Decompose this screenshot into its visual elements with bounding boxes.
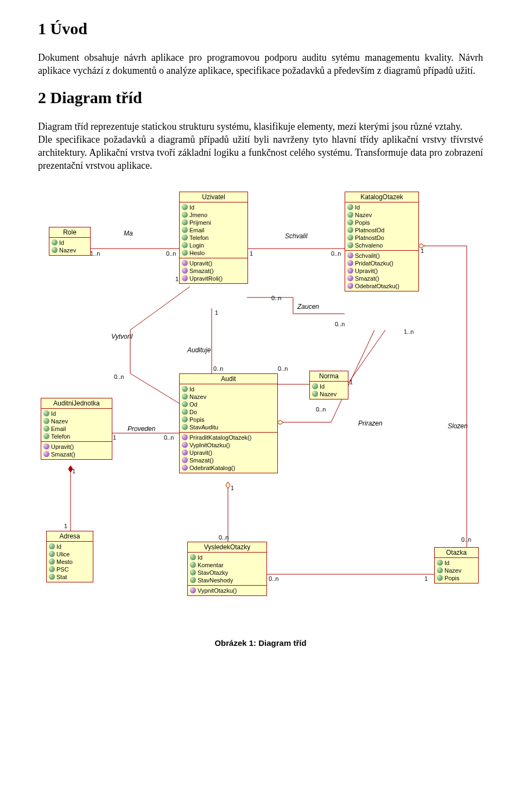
class-katalog-otazek: KatalogOtazekIdNazevPopisPlatnostOdPlatn… (345, 192, 419, 291)
section-1-paragraph: Dokument obsahuje návrh aplikace pro pro… (38, 51, 483, 78)
class-auditni-jednotka: AuditniJednotkaIdNazevEmailTelefonUpravi… (41, 398, 112, 460)
assoc-schvalil: Schvalil (285, 232, 307, 240)
mul: 0..n (164, 434, 174, 441)
class-role: RoleIdNazev (49, 227, 91, 256)
section-1-heading: 1 Úvod (38, 20, 483, 38)
mul: 1 (250, 250, 253, 257)
mul: 0..n (331, 250, 341, 257)
figure-caption: Obrázek 1: Diagram tříd (38, 638, 483, 648)
mul: 0..n (114, 373, 124, 380)
mul: 0..n (219, 534, 228, 541)
mul: 0..n (166, 250, 176, 257)
section-2-heading: 2 Diagram tříd (38, 88, 483, 107)
section-2-paragraph: Diagram tříd reprezentuje statickou stru… (38, 120, 483, 173)
mul: 1 (350, 379, 353, 385)
class-norma: NormaIdNazev (309, 371, 348, 399)
mul: 0..n (278, 365, 288, 372)
mul: 1 (424, 575, 428, 582)
assoc-slozen: Slozen (448, 422, 468, 430)
mul: 0..n (269, 575, 278, 582)
mul: 1 (231, 485, 234, 491)
mul: 1..n (404, 328, 414, 335)
class-vysledek-otazky: VysledekOtazkyIdKomentarStavOtazkyStavNe… (187, 542, 267, 596)
class-uzivatel: UzivatelIdJmenoPrijmeniEmailTelefonLogin… (179, 192, 248, 284)
assoc-zaucen: Zaucen (297, 303, 319, 310)
mul: 1 (64, 523, 67, 529)
mul: 1 (113, 434, 116, 441)
assoc-audituje: Audituje (187, 346, 211, 354)
mul: 1 (72, 468, 75, 474)
mul: 1..n (90, 250, 100, 257)
uml-class-diagram: Ma Schvalil Zaucen Vytvoril Audituje Pro… (38, 189, 483, 629)
mul: 0..n (213, 365, 223, 372)
mul: 1 (175, 276, 179, 282)
class-adresa: AdresaIdUliceMestoPSCStat (46, 531, 93, 582)
assoc-prirazen: Prirazen (358, 420, 383, 427)
assoc-ma: Ma (124, 230, 133, 237)
mul: 0..n (316, 406, 326, 413)
mul: 0..n (335, 321, 345, 327)
assoc-proveden: Proveden (128, 425, 155, 433)
mul: 1 (421, 248, 424, 254)
class-audit: AuditIdNazevOdDoPopisStavAudituPriraditK… (179, 373, 278, 473)
mul: 0..n (271, 295, 281, 301)
mul: 0..n (461, 536, 471, 543)
class-otazka: OtazkaIdNazevPopis (434, 547, 479, 583)
mul: 1 (215, 309, 218, 316)
assoc-vytvoril: Vytvoril (111, 333, 132, 340)
